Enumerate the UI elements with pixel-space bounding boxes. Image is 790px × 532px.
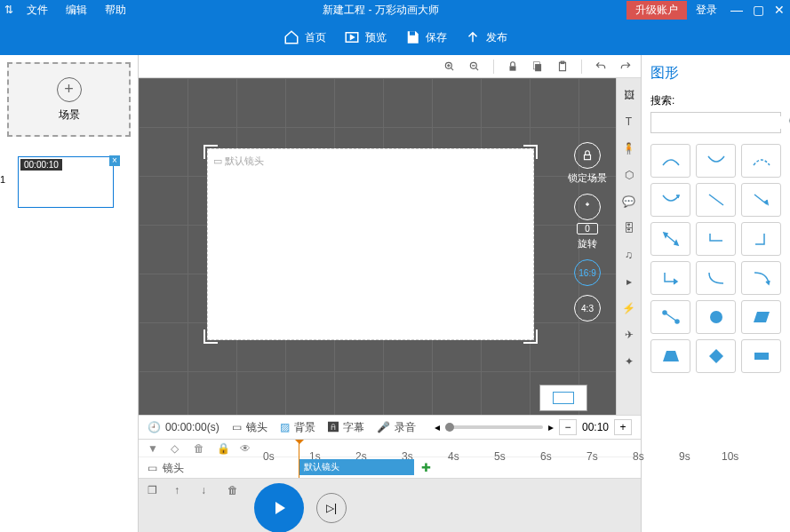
ratio-4-3-button[interactable]: 4:3 xyxy=(574,295,601,322)
shape-double-arrow[interactable] xyxy=(650,222,690,256)
asset-toolbar: 🖼 T 🧍 ⬡ 💬 🗄 ♫ ▸ ⚡ ✈ ✦ xyxy=(616,78,641,415)
image-tool-icon[interactable]: 🖼 xyxy=(621,87,637,103)
redo-icon[interactable] xyxy=(619,60,632,73)
subtitle-track-toggle[interactable]: 🅰 字幕 xyxy=(328,420,364,435)
playhead[interactable] xyxy=(299,440,299,478)
shape-rectangle[interactable] xyxy=(741,339,781,373)
svg-rect-4 xyxy=(510,66,516,70)
maximize-button[interactable]: ▢ xyxy=(747,0,769,20)
zoom-in-icon[interactable] xyxy=(443,60,456,73)
svg-point-11 xyxy=(675,320,679,323)
filter-icon[interactable]: ▼ xyxy=(148,442,160,455)
canvas[interactable]: 默认镜头 锁定场景 0 旋转 16:9 4:3 xyxy=(139,78,616,415)
minimap[interactable] xyxy=(539,385,587,411)
shape-circle[interactable] xyxy=(696,300,736,334)
record-track-toggle[interactable]: 🎤 录音 xyxy=(377,420,416,435)
shape-arc-up[interactable] xyxy=(650,144,690,178)
video-tool-icon[interactable]: ▸ xyxy=(621,274,637,290)
track-camera-label[interactable]: ▭ 镜头 xyxy=(139,461,299,476)
timeline-clip[interactable]: 默认镜头 xyxy=(299,459,414,475)
zoom-minus[interactable]: − xyxy=(559,419,577,435)
frame-label: 默认镜头 xyxy=(213,155,264,168)
visibility-icon[interactable]: 👁 xyxy=(240,442,252,455)
shape-elbow-arrow[interactable] xyxy=(650,261,690,295)
zoom-out-icon[interactable] xyxy=(468,60,481,73)
move-up-icon[interactable]: ↑ xyxy=(174,484,188,498)
zoom-plus[interactable]: + xyxy=(614,419,632,435)
svg-tool-icon[interactable]: ⬡ xyxy=(621,167,637,183)
nav-preview[interactable]: 预览 xyxy=(344,29,387,45)
playbar: ❐ ↑ ↓ 🗑 ▷| xyxy=(139,479,641,532)
add-scene-button[interactable]: + 场景 xyxy=(7,62,131,137)
pin-icon[interactable]: ⇅ xyxy=(0,4,18,16)
rotate-value: 0 xyxy=(577,223,598,234)
send-tool-icon[interactable]: ✈ xyxy=(621,327,637,343)
shape-connector[interactable] xyxy=(650,300,690,334)
move-down-icon[interactable]: ↓ xyxy=(201,484,215,498)
shape-step-up[interactable] xyxy=(741,222,781,256)
camera-track-toggle[interactable]: ▭ 镜头 xyxy=(232,420,267,435)
paste-icon[interactable] xyxy=(556,60,569,73)
time-display: 🕘 00:00:00(s) xyxy=(148,421,219,433)
effect-tool-icon[interactable]: ✦ xyxy=(621,353,637,369)
scene-thumbnail[interactable]: 00:00:10 × xyxy=(18,156,114,208)
copy-clip-icon[interactable]: ❐ xyxy=(148,484,162,498)
chat-tool-icon[interactable]: 💬 xyxy=(621,194,637,210)
shape-curve-arrow[interactable] xyxy=(650,183,690,217)
lock-scene-button[interactable] xyxy=(574,142,601,169)
upgrade-button[interactable]: 升级账户 xyxy=(626,1,687,20)
shape-arc-down[interactable] xyxy=(696,144,736,178)
container-tool-icon[interactable]: 🗄 xyxy=(621,220,637,236)
svg-point-10 xyxy=(663,311,666,314)
shapes-title: 图形 xyxy=(650,64,781,83)
rotate-button[interactable] xyxy=(574,194,601,220)
zoom-prev[interactable]: ◂ xyxy=(435,421,440,433)
delete-track-icon[interactable]: 🗑 xyxy=(194,442,206,455)
menu-file[interactable]: 文件 xyxy=(18,3,57,18)
character-tool-icon[interactable]: 🧍 xyxy=(621,140,637,156)
lock-track-icon[interactable]: 🔒 xyxy=(217,442,229,455)
shape-curve-arrow2[interactable] xyxy=(741,261,781,295)
undo-icon[interactable] xyxy=(594,60,607,73)
bg-track-toggle[interactable]: ▨ 背景 xyxy=(280,420,315,435)
music-tool-icon[interactable]: ♫ xyxy=(621,247,637,263)
add-clip-icon[interactable]: ✚ xyxy=(421,461,431,474)
plus-icon: + xyxy=(57,77,82,102)
shape-line[interactable] xyxy=(696,183,736,217)
nav-save[interactable]: 保存 xyxy=(404,29,447,45)
shape-diamond[interactable] xyxy=(696,339,736,373)
svg-rect-9 xyxy=(585,155,591,159)
lock-icon[interactable] xyxy=(507,60,519,73)
menu-edit[interactable]: 编辑 xyxy=(57,3,96,18)
login-button[interactable]: 登录 xyxy=(687,3,726,18)
search-box: 🔍 xyxy=(650,112,781,133)
flash-tool-icon[interactable]: ⚡ xyxy=(621,300,637,316)
shape-parallelogram[interactable] xyxy=(741,300,781,334)
shape-trapezoid[interactable] xyxy=(650,339,690,373)
track-lane[interactable]: 默认镜头 ✚ xyxy=(299,457,641,479)
minimize-button[interactable]: — xyxy=(726,0,747,20)
text-tool-icon[interactable]: T xyxy=(621,114,637,130)
zoom-slider[interactable] xyxy=(445,425,543,429)
ratio-16-9-button[interactable]: 16:9 xyxy=(574,259,601,286)
shapes-panel: 图形 搜索: 🔍 xyxy=(641,55,790,532)
keyframe-icon[interactable]: ◇ xyxy=(171,442,183,455)
zoom-next[interactable]: ▸ xyxy=(548,421,554,433)
scene-close-icon[interactable]: × xyxy=(109,155,120,166)
shape-arc-dashed[interactable] xyxy=(741,144,781,178)
svg-point-12 xyxy=(710,311,722,323)
copy-icon[interactable] xyxy=(531,60,544,73)
nav-home[interactable]: 首页 xyxy=(283,29,326,45)
search-input[interactable] xyxy=(655,116,788,129)
shape-step-down[interactable] xyxy=(696,222,736,256)
delete-clip-icon[interactable]: 🗑 xyxy=(227,484,242,498)
menu-help[interactable]: 帮助 xyxy=(96,3,135,18)
camera-frame[interactable]: 默认镜头 xyxy=(207,148,534,340)
play-button[interactable] xyxy=(254,483,304,532)
nav-publish[interactable]: 发布 xyxy=(465,29,507,45)
step-button[interactable]: ▷| xyxy=(316,493,347,523)
close-button[interactable]: ✕ xyxy=(769,0,790,20)
search-label: 搜索: xyxy=(650,93,781,108)
shape-curve[interactable] xyxy=(696,261,736,295)
shape-line-arrow[interactable] xyxy=(741,183,781,217)
